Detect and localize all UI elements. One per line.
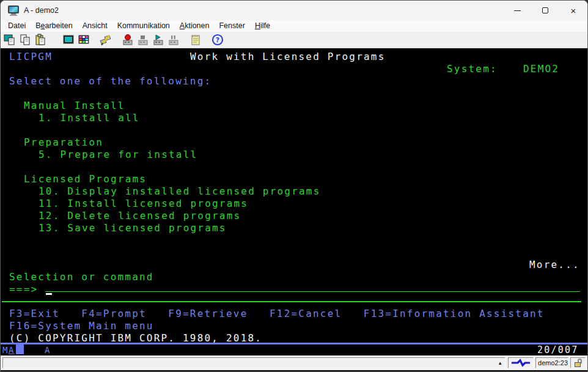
menu-aktionen[interactable]: Aktionen [175, 20, 215, 32]
unlocked-padlock-icon [575, 359, 582, 367]
title-bar: A - demo2 × [1, 1, 587, 20]
option-10: 10. Display installed licensed programs [39, 185, 320, 198]
selection-label: Selection or command [9, 271, 154, 283]
menu-fenster[interactable]: Fenster [214, 20, 249, 32]
app-window: A - demo2 × Datei Bearbeiten Ansicht Kom… [0, 0, 588, 372]
command-arrow: ===> [9, 283, 38, 296]
menu-datei[interactable]: Datei [3, 20, 31, 32]
security-panel [570, 357, 586, 368]
option-1: 1. Install all [39, 112, 140, 124]
stop-macro-icon[interactable] [137, 34, 149, 46]
window-title: A - demo2 [24, 6, 59, 15]
expand-arrow-icon[interactable]: ▲ [498, 360, 502, 366]
option-13: 13. Save licensed programs [39, 222, 227, 234]
display-setup-icon[interactable] [62, 34, 75, 46]
text-cursor [46, 293, 52, 295]
maximize-icon [542, 7, 548, 13]
minimize-button[interactable] [503, 1, 531, 20]
section-manual-install: Manual Install [24, 100, 125, 112]
fkeys-row-2: F16=System Main menu [9, 320, 154, 332]
screen-prompt: Select one of the following: [9, 75, 211, 87]
host-session-text: demo2:23 [538, 359, 568, 366]
section-preparation: Preparation [24, 136, 103, 149]
play-macro-icon[interactable] [152, 34, 164, 46]
menu-bearbeiten[interactable]: Bearbeiten [31, 20, 77, 32]
toolbar: ? [1, 32, 587, 48]
app-monitor-icon [8, 6, 19, 15]
fkeys-separator-line [2, 301, 581, 302]
system-value: DEMO2 [523, 63, 559, 75]
command-input-underline[interactable] [45, 291, 580, 292]
more-indicator: More... [529, 259, 580, 271]
keyboard-map-icon[interactable] [100, 34, 112, 46]
cursor-position-indicator: 20/007 [537, 344, 578, 355]
oia-indicators: MA [2, 345, 15, 355]
terminal-screen[interactable]: LICPGM Work with Licensed Programs Syste… [1, 48, 587, 355]
minimize-icon [514, 10, 521, 11]
copy-icon[interactable] [19, 34, 31, 46]
help-icon[interactable]: ? [211, 34, 224, 46]
option-5: 5. Prepare for install [39, 149, 197, 161]
fkeys-row-1: F3=Exit F4=Prompt F9=Retrieve F12=Cancel… [9, 308, 545, 320]
menu-ansicht[interactable]: Ansicht [78, 20, 112, 32]
menu-hilfe[interactable]: Hilfe [250, 20, 275, 32]
option-11: 11. Install licensed programs [39, 198, 248, 210]
connection-status-panel [508, 357, 534, 368]
maximize-button[interactable] [531, 1, 559, 20]
close-icon: × [571, 6, 576, 16]
oia-session-letter: A [45, 345, 50, 355]
lightning-icon [510, 359, 531, 367]
screen-title: Work with Licensed Programs [190, 51, 386, 63]
oia-status-row: MA A 20/007 [1, 344, 587, 355]
close-button[interactable]: × [559, 1, 587, 20]
status-bar: ▲ demo2:23 [1, 355, 587, 370]
new-session-icon[interactable] [4, 34, 16, 46]
pause-macro-icon[interactable] [167, 34, 180, 46]
system-label: System: [447, 63, 498, 75]
record-macro-icon[interactable] [122, 34, 134, 46]
paste-icon[interactable] [34, 34, 46, 46]
screen-id: LICPGM [9, 51, 53, 63]
option-12: 12. Delete licensed programs [39, 210, 241, 222]
color-map-icon[interactable] [78, 34, 90, 46]
oia-block-icon [16, 344, 24, 354]
svg-text:?: ? [216, 36, 219, 44]
menu-kommunikation[interactable]: Kommunikation [112, 20, 175, 32]
menu-bar: Datei Bearbeiten Ansicht Kommunikation A… [1, 20, 587, 32]
host-session-panel: demo2:23 [535, 357, 568, 368]
section-licensed-programs: Licensed Programs [24, 173, 147, 185]
status-message-panel: ▲ [2, 357, 505, 368]
notepad-icon[interactable] [189, 34, 202, 46]
